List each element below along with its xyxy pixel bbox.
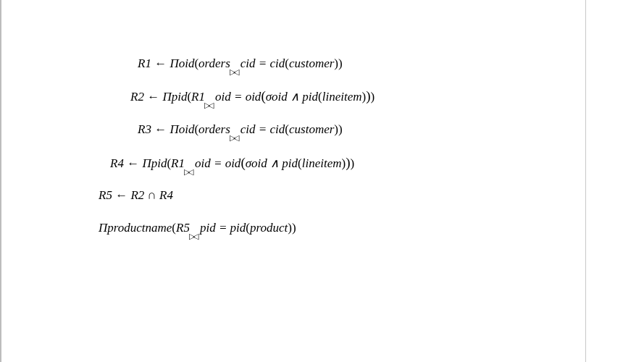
- join-condition: cid = cid: [241, 122, 285, 136]
- equation-line-6: Πproductname(R5pid = pid(product)): [99, 221, 529, 235]
- projection-op: Πoid: [170, 56, 194, 70]
- relation-right: lineitem: [302, 156, 342, 170]
- join-condition: cid = cid: [241, 56, 285, 70]
- relation-left: orders: [198, 56, 230, 70]
- relation-left: R1: [191, 90, 205, 104]
- selection-op: σoid ∧ pid: [246, 156, 298, 170]
- relation-left: R1: [171, 156, 185, 170]
- eq-lhs: R2: [130, 90, 144, 104]
- eq-lhs: R3: [138, 122, 151, 136]
- relation-left: orders: [198, 122, 230, 136]
- relation-right: lineitem: [322, 90, 362, 104]
- document-page: R1 ← Πoid(orderscid = cid(customer)) R2 …: [0, 0, 644, 362]
- projection-op: Πpid: [162, 90, 187, 104]
- equation-line-4: R4 ← Πpid(R1oid = oid(σoid ∧ pid(lineite…: [110, 155, 529, 172]
- relation-left: R5: [176, 221, 190, 235]
- left-arrow-icon: ←: [154, 56, 167, 70]
- join-condition: pid = pid: [200, 221, 246, 235]
- relation-right: customer: [289, 122, 334, 136]
- left-margin-rule: [0, 0, 1, 362]
- left-arrow-icon: ←: [127, 156, 139, 170]
- projection-op: Πpid: [142, 156, 167, 170]
- equation-line-2: R2 ← Πpid(R1oid = oid(σoid ∧ pid(lineite…: [130, 88, 529, 105]
- join-condition: oid = oid: [195, 156, 241, 170]
- equation-line-3: R3 ← Πoid(orderscid = cid(customer)): [138, 122, 529, 137]
- right-margin-rule: [585, 0, 586, 362]
- selection-op: σoid ∧ pid: [266, 90, 318, 104]
- eq-lhs: R5: [99, 188, 112, 202]
- projection-op: Πoid: [170, 122, 194, 136]
- eq-lhs: R4: [110, 156, 124, 170]
- projection-op: Πproductname: [99, 221, 172, 235]
- equation-line-1: R1 ← Πoid(orderscid = cid(customer)): [138, 56, 529, 71]
- left-arrow-icon: ←: [115, 188, 127, 202]
- join-condition: oid = oid: [215, 90, 261, 104]
- relation-right: customer: [289, 56, 334, 70]
- equation-line-5: R5 ← R2 ∩ R4: [99, 188, 529, 203]
- eq-rhs: R2 ∩ R4: [130, 188, 173, 202]
- left-arrow-icon: ←: [154, 122, 167, 136]
- eq-lhs: R1: [138, 56, 151, 70]
- equation-block: R1 ← Πoid(orderscid = cid(customer)) R2 …: [94, 56, 529, 253]
- relation-right: product: [250, 221, 288, 235]
- left-arrow-icon: ←: [147, 90, 159, 104]
